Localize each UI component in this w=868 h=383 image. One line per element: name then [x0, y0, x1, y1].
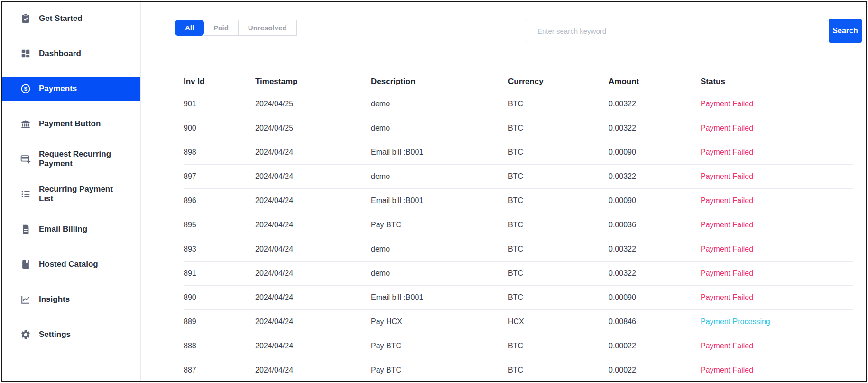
- table-row[interactable]: 901 2024/04/25 demo BTC 0.00322 Payment …: [184, 92, 853, 116]
- cell-currency: BTC: [508, 100, 609, 108]
- status-badge: Payment Failed: [701, 366, 853, 374]
- table-header-cell: Currency: [508, 77, 609, 86]
- cell-inv-id: 888: [184, 342, 255, 350]
- sidebar-item-icon: $: [20, 83, 31, 94]
- cell-description: demo: [371, 124, 508, 132]
- cell-description: Pay BTC: [371, 342, 508, 350]
- cell-amount: 0.00090: [609, 196, 701, 205]
- table-row[interactable]: 889 2024/04/24 Pay HCX HCX 0.00846 Payme…: [184, 310, 853, 334]
- table-row[interactable]: 891 2024/04/24 demo BTC 0.00322 Payment …: [184, 262, 853, 286]
- sidebar-item-icon: [20, 329, 31, 340]
- status-badge: Payment Failed: [701, 221, 853, 229]
- search-input[interactable]: [526, 20, 828, 42]
- table-header-cell: Status: [701, 77, 853, 86]
- cell-currency: BTC: [508, 172, 609, 181]
- cell-description: demo: [371, 269, 508, 278]
- table-row[interactable]: 893 2024/04/24 demo BTC 0.00322 Payment …: [184, 237, 853, 262]
- sidebar-item-label: Request Recurring Payment: [39, 149, 120, 168]
- table-row[interactable]: 888 2024/04/24 Pay BTC BTC 0.00022 Payme…: [184, 334, 853, 358]
- sidebar: Get Started Dashboard $ Payments Payment…: [2, 2, 141, 381]
- cell-timestamp: 2024/04/24: [255, 293, 371, 302]
- sidebar-item-label: Payment Button: [39, 119, 101, 129]
- cell-inv-id: 891: [184, 269, 255, 278]
- filter-tab[interactable]: Paid: [204, 20, 239, 36]
- table-header-cell: Inv Id: [184, 77, 255, 86]
- sidebar-item[interactable]: Dashboard: [2, 42, 140, 65]
- cell-amount: 0.00322: [609, 100, 701, 108]
- table-row[interactable]: 898 2024/04/24 Email bill :B001 BTC 0.00…: [184, 140, 853, 165]
- cell-timestamp: 2024/04/24: [255, 148, 371, 157]
- sidebar-item[interactable]: Get Started: [2, 7, 140, 30]
- filter-tab-group: AllPaidUnresolved: [175, 20, 297, 36]
- status-badge: Payment Failed: [701, 245, 853, 253]
- sidebar-item-icon: [20, 224, 31, 235]
- sidebar-item[interactable]: Hosted Catalog: [2, 252, 140, 276]
- sidebar-item-icon: [20, 188, 31, 200]
- cell-inv-id: 898: [184, 148, 255, 157]
- cell-amount: 0.00322: [609, 245, 701, 253]
- sidebar-item[interactable]: Email Billing: [2, 217, 140, 241]
- cell-currency: BTC: [508, 366, 609, 374]
- cell-description: Email bill :B001: [371, 293, 508, 302]
- table-row[interactable]: 887 2024/04/24 Pay BTC BTC 0.00022 Payme…: [184, 358, 853, 381]
- main-content: AllPaidUnresolved Search Inv IdTimestamp…: [152, 2, 866, 381]
- cell-amount: 0.00090: [609, 148, 701, 157]
- cell-timestamp: 2024/04/24: [255, 196, 371, 205]
- svg-text:$: $: [24, 86, 28, 92]
- sidebar-item-icon: [20, 48, 31, 59]
- cell-description: Pay BTC: [371, 366, 508, 374]
- cell-amount: 0.00846: [609, 318, 701, 326]
- cell-inv-id: 890: [184, 293, 255, 302]
- table-row[interactable]: 890 2024/04/24 Email bill :B001 BTC 0.00…: [184, 286, 853, 310]
- status-badge: Payment Failed: [701, 148, 853, 157]
- table-header-cell: Description: [371, 77, 508, 86]
- table-header-cell: Amount: [609, 77, 701, 86]
- sidebar-item-label: Recurring Payment List: [39, 185, 120, 203]
- cell-amount: 0.00022: [609, 366, 701, 374]
- cell-amount: 0.00322: [609, 124, 701, 132]
- cell-description: demo: [371, 172, 508, 181]
- status-badge: Payment Failed: [701, 293, 853, 302]
- cell-timestamp: 2024/04/24: [255, 221, 371, 229]
- search-bar: Search: [526, 20, 862, 43]
- table-row[interactable]: 900 2024/04/25 demo BTC 0.00322 Payment …: [184, 116, 853, 140]
- app-window: Get Started Dashboard $ Payments Payment…: [0, 0, 868, 383]
- status-badge: Payment Failed: [701, 342, 853, 350]
- cell-currency: BTC: [508, 269, 609, 278]
- filter-tab[interactable]: Unresolved: [239, 20, 297, 36]
- sidebar-item[interactable]: Settings: [2, 323, 140, 346]
- cell-currency: BTC: [508, 196, 609, 205]
- status-badge: Payment Failed: [701, 124, 853, 132]
- table-row[interactable]: 895 2024/04/24 Pay BTC BTC 0.00036 Payme…: [184, 213, 853, 237]
- cell-timestamp: 2024/04/24: [255, 342, 371, 350]
- sidebar-item[interactable]: Payment Button: [2, 112, 140, 136]
- cell-inv-id: 896: [184, 196, 255, 205]
- search-button[interactable]: Search: [829, 19, 862, 43]
- table-row[interactable]: 897 2024/04/24 demo BTC 0.00322 Payment …: [184, 165, 853, 189]
- app-frame: Get Started Dashboard $ Payments Payment…: [1, 1, 867, 382]
- cell-description: Email bill :B001: [371, 148, 508, 157]
- sidebar-item-icon: [20, 294, 31, 305]
- cell-currency: BTC: [508, 148, 609, 157]
- toolbar: AllPaidUnresolved Search: [175, 20, 862, 43]
- sidebar-item-label: Email Billing: [39, 224, 87, 234]
- sidebar-item[interactable]: Insights: [2, 288, 140, 311]
- cell-amount: 0.00022: [609, 342, 701, 350]
- sidebar-item[interactable]: Request Recurring Payment: [2, 147, 140, 171]
- sidebar-item-label: Hosted Catalog: [39, 260, 98, 269]
- status-badge: Payment Processing: [701, 318, 853, 326]
- cell-description: demo: [371, 245, 508, 253]
- sidebar-item[interactable]: $ Payments: [2, 77, 140, 101]
- cell-timestamp: 2024/04/24: [255, 366, 371, 374]
- cell-inv-id: 887: [184, 366, 255, 374]
- payments-table: Inv IdTimestampDescriptionCurrencyAmount…: [184, 72, 853, 381]
- cell-amount: 0.00090: [609, 293, 701, 302]
- status-badge: Payment Failed: [701, 269, 853, 278]
- cell-timestamp: 2024/04/24: [255, 318, 371, 326]
- sidebar-item-icon: [20, 118, 31, 130]
- filter-tab[interactable]: All: [175, 20, 204, 36]
- status-badge: Payment Failed: [701, 172, 853, 181]
- sidebar-item[interactable]: Recurring Payment List: [2, 182, 140, 206]
- cell-description: demo: [371, 100, 508, 108]
- table-row[interactable]: 896 2024/04/24 Email bill :B001 BTC 0.00…: [184, 189, 853, 213]
